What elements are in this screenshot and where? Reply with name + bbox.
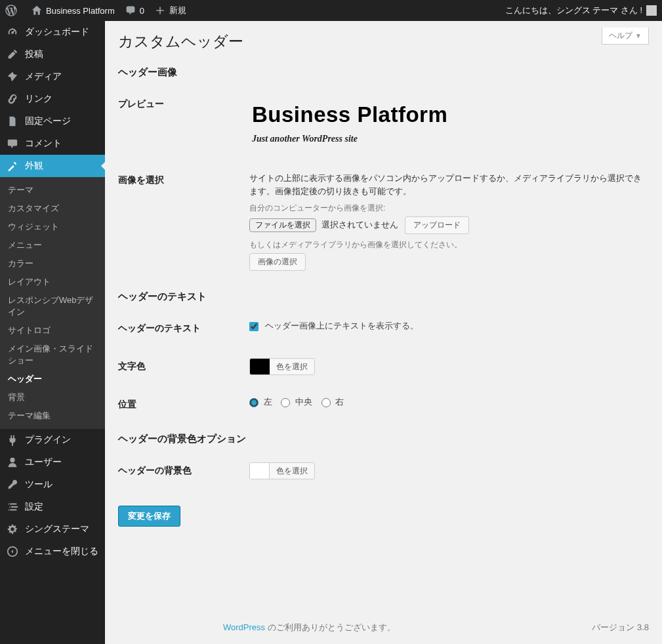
media-hint: もしくはメディアライブラリから画像を選択してください。	[249, 239, 649, 251]
subitem-responsive[interactable]: レスポンシブWebデザイン	[0, 291, 105, 321]
appearance-submenu: テーマ カスタマイズ ウィジェット メニュー カラー レイアウト レスポンシブW…	[0, 177, 105, 429]
links-icon	[7, 93, 20, 105]
admin-sidebar: ダッシュボード 投稿 メディア リンク 固定ページ コメント 外観 テーマ カス…	[0, 21, 105, 644]
sidebar-item-dashboard[interactable]: ダッシュボード	[0, 21, 105, 43]
subitem-customize[interactable]: カスタマイズ	[0, 199, 105, 218]
gear-icon	[7, 523, 20, 535]
settings-icon	[7, 501, 20, 513]
content-area: ヘルプ ▼ カスタムヘッダー ヘッダー画像 プレビュー Business Pla…	[105, 21, 662, 644]
row-text-color-label: 文字色	[118, 348, 249, 386]
sidebar-item-posts[interactable]: 投稿	[0, 43, 105, 66]
greeting: こんにちは、シングス テーマ さん !	[505, 5, 642, 16]
subitem-mainimage[interactable]: メイン画像・スライドショー	[0, 340, 105, 370]
sidebar-item-tools[interactable]: ツール	[0, 473, 105, 496]
preview-title: Business Platform	[252, 102, 646, 127]
pos-center-label[interactable]: 中央	[281, 397, 314, 407]
header-preview: Business Platform Just another WordPress…	[249, 96, 649, 151]
section-header-image: ヘッダー画像	[118, 57, 649, 85]
preview-tagline: Just another WordPress site	[252, 134, 646, 144]
file-choose-button[interactable]: ファイルを選択	[249, 218, 316, 232]
collapse-icon	[7, 546, 20, 557]
footer-text: のご利用ありがとうございます。	[265, 622, 396, 632]
new-button[interactable]: 新規	[150, 0, 192, 21]
choose-media-button[interactable]: 画像の選択	[249, 253, 306, 271]
plugins-icon	[7, 434, 20, 446]
footer-wp-link[interactable]: WordPress	[223, 622, 265, 632]
pos-center-radio[interactable]	[281, 398, 290, 407]
admin-bar: Business Platform 0 新規 こんにちは、シングス テーマ さん…	[0, 0, 662, 21]
pages-icon	[7, 115, 20, 127]
subitem-sitelogo[interactable]: サイトロゴ	[0, 321, 105, 340]
avatar	[646, 5, 657, 16]
row-header-text-label: ヘッダーのテキスト	[118, 310, 249, 348]
bg-color-picker[interactable]: 色を選択	[249, 462, 315, 479]
subitem-header[interactable]: ヘッダー	[0, 370, 105, 388]
chevron-down-icon: ▼	[635, 32, 642, 39]
file-status: 選択されていません	[321, 220, 398, 230]
sidebar-item-links[interactable]: リンク	[0, 88, 105, 110]
wordpress-icon	[5, 5, 17, 16]
text-color-picker[interactable]: 色を選択	[249, 358, 315, 375]
pos-left-radio[interactable]	[249, 398, 259, 407]
row-position-label: 位置	[118, 386, 249, 424]
bg-color-swatch	[250, 463, 270, 479]
subitem-widgets[interactable]: ウィジェット	[0, 218, 105, 236]
text-color-swatch	[250, 359, 270, 374]
upload-button[interactable]: アップロード	[405, 216, 469, 234]
footer-version: バージョン 3.8	[592, 622, 649, 634]
home-icon	[31, 5, 42, 16]
row-bg-color-label: ヘッダーの背景色	[118, 452, 249, 490]
show-text-checkbox[interactable]	[249, 322, 259, 331]
section-header-text: ヘッダーのテキスト	[118, 281, 649, 310]
sidebar-item-pages[interactable]: 固定ページ	[0, 110, 105, 132]
row-preview-label: プレビュー	[118, 85, 249, 161]
new-label: 新規	[169, 5, 186, 16]
admin-footer: WordPress のご利用ありがとうございます。 バージョン 3.8	[223, 615, 649, 644]
sidebar-item-users[interactable]: ユーザー	[0, 451, 105, 473]
appearance-icon	[7, 160, 20, 172]
section-bg: ヘッダーの背景色オプション	[118, 424, 649, 452]
dashboard-icon	[7, 26, 20, 38]
subitem-color[interactable]: カラー	[0, 254, 105, 273]
upload-hint: 自分のコンピューターから画像を選択:	[249, 203, 649, 214]
users-icon	[7, 456, 20, 468]
site-name: Business Platform	[46, 6, 115, 16]
account-link[interactable]: こんにちは、シングス テーマ さん !	[500, 0, 662, 21]
sidebar-item-settings[interactable]: 設定	[0, 496, 105, 518]
pos-right-label[interactable]: 右	[321, 397, 344, 407]
sidebar-collapse[interactable]: メニューを閉じる	[0, 540, 105, 563]
posts-icon	[7, 49, 20, 60]
comments-icon	[7, 138, 20, 150]
show-text-label[interactable]: ヘッダー画像上にテキストを表示する。	[249, 321, 419, 331]
tools-icon	[7, 479, 20, 491]
sidebar-item-comments[interactable]: コメント	[0, 132, 105, 155]
comment-icon	[125, 5, 136, 16]
help-button[interactable]: ヘルプ ▼	[602, 28, 649, 45]
comments-count: 0	[140, 6, 144, 16]
save-changes-button[interactable]: 変更を保存	[118, 506, 180, 527]
sidebar-item-media[interactable]: メディア	[0, 66, 105, 88]
row-select-image-label: 画像を選択	[118, 161, 249, 281]
site-link[interactable]: Business Platform	[26, 0, 120, 21]
subitem-edit-theme[interactable]: テーマ編集	[0, 407, 105, 425]
pos-left-label[interactable]: 左	[249, 397, 274, 407]
sidebar-item-plugins[interactable]: プラグイン	[0, 429, 105, 451]
plus-icon	[155, 5, 165, 16]
subitem-themes[interactable]: テーマ	[0, 181, 105, 199]
sidebar-item-xings[interactable]: シングステーマ	[0, 518, 105, 540]
media-icon	[7, 71, 20, 83]
sidebar-item-appearance[interactable]: 外観	[0, 155, 105, 177]
page-title: カスタムヘッダー	[118, 21, 649, 57]
wp-logo-link[interactable]	[0, 0, 26, 21]
comments-link[interactable]: 0	[120, 0, 150, 21]
subitem-menus[interactable]: メニュー	[0, 236, 105, 254]
subitem-layout[interactable]: レイアウト	[0, 273, 105, 291]
select-image-desc: サイトの上部に表示する画像をパソコン内からアップロードするか、メディアライブラリ…	[249, 172, 649, 197]
pos-right-radio[interactable]	[321, 398, 331, 407]
subitem-background[interactable]: 背景	[0, 388, 105, 407]
